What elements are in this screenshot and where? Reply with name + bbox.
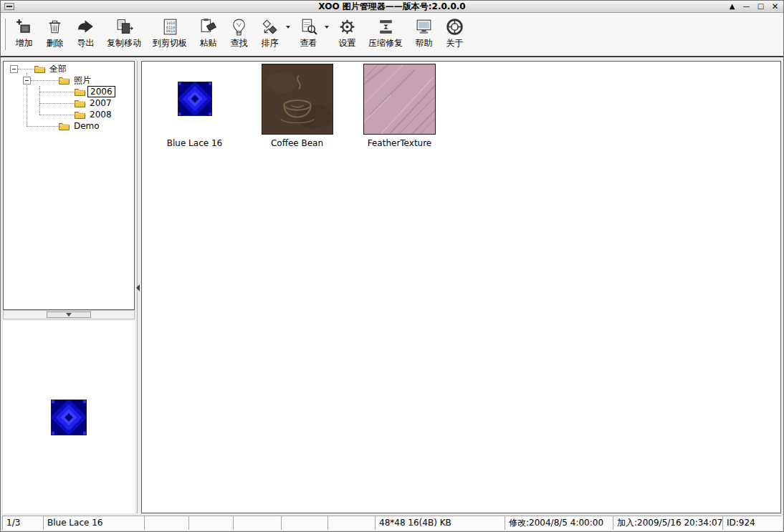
thumbnail-grid: Blue Lace 16 Coffee Bean FeatherTexture <box>142 62 780 148</box>
add-icon <box>14 17 34 37</box>
export-button[interactable]: 导出 <box>70 14 101 56</box>
coffee-bean-image <box>262 64 333 135</box>
splitter-collapse-button[interactable] <box>47 311 91 318</box>
thumbnail-panel: Blue Lace 16 Coffee Bean FeatherTexture <box>141 61 781 513</box>
folder-icon <box>75 87 85 96</box>
tree-node-demo[interactable]: Demo <box>4 120 134 132</box>
collapse-icon[interactable] <box>23 77 31 84</box>
copy-move-button[interactable]: 复制移动 <box>101 14 147 56</box>
help-icon <box>414 17 434 37</box>
toolbar-grip[interactable] <box>4 19 6 50</box>
paste-button[interactable]: 粘贴 <box>193 14 224 56</box>
status-empty-4 <box>281 516 328 530</box>
folder-icon <box>75 110 85 119</box>
thumbnail-label: Coffee Bean <box>271 138 323 148</box>
find-icon <box>229 17 249 37</box>
svg-text:0010: 0010 <box>166 29 175 33</box>
window-title: XOO 图片管理器——版本号:2.0.0.0 <box>1 1 783 13</box>
thumbnail-coffee-bean[interactable]: Coffee Bean <box>246 63 348 148</box>
tree-preview-splitter[interactable] <box>3 310 135 319</box>
thumbnail-blue-lace[interactable]: Blue Lace 16 <box>143 63 246 148</box>
title-bar: XOO 图片管理器——版本号:2.0.0.0 ▲ — □ ✕ <box>1 1 783 13</box>
status-empty-2 <box>188 516 233 530</box>
copy-move-icon <box>115 17 134 37</box>
tree-node-2007[interactable]: 2007 <box>4 97 134 109</box>
sort-button[interactable]: 排序 <box>254 14 285 56</box>
tree-node-photos[interactable]: 照片 <box>4 74 134 86</box>
tree-node-2008[interactable]: 2008 <box>4 109 134 120</box>
to-clipboard-button[interactable]: 1010 0110 0010 到剪切板 <box>147 14 193 56</box>
tree-node-label-selected: 2006 <box>87 86 115 97</box>
thumbnail-feather-texture[interactable]: FeatherTexture <box>348 63 451 148</box>
feather-texture-image <box>363 64 436 135</box>
tree-node-all[interactable]: 全部 <box>4 63 134 74</box>
status-page-index: 1/3 <box>2 516 43 530</box>
status-image-size: 48*48 16(4B) KB <box>375 516 505 530</box>
collapse-icon[interactable] <box>10 65 18 73</box>
help-button[interactable]: 帮助 <box>408 14 439 56</box>
status-empty-5 <box>328 516 375 530</box>
folder-tree: 全部 照片 2006 2007 <box>4 62 134 309</box>
export-icon <box>76 17 95 37</box>
folder-icon <box>59 76 70 84</box>
tree-node-label: 2007 <box>87 98 114 108</box>
compress-repair-icon <box>376 17 396 37</box>
view-button[interactable]: 查看 <box>293 14 324 56</box>
status-image-id: ID:924 <box>722 516 782 530</box>
folder-icon <box>34 64 45 73</box>
tree-node-label: 2008 <box>87 110 114 120</box>
status-bar: 1/3 Blue Lace 16 48*48 16(4B) KB 修改:2004… <box>2 516 782 530</box>
content-area: 全部 照片 2006 2007 <box>1 57 783 516</box>
delete-button[interactable]: 删除 <box>39 14 70 56</box>
status-empty-1 <box>144 516 188 530</box>
close-button[interactable]: ✕ <box>770 2 780 11</box>
tree-node-2006[interactable]: 2006 <box>4 86 134 97</box>
status-selected-name: Blue Lace 16 <box>43 516 144 530</box>
paste-icon <box>199 17 218 37</box>
folder-icon <box>59 122 70 130</box>
settings-icon <box>338 17 357 37</box>
main-toolbar: 增加 删除 导出 复制移动 <box>1 13 783 57</box>
about-icon <box>445 17 464 37</box>
minimize-button[interactable]: — <box>742 2 751 11</box>
sort-dropdown-arrow[interactable] <box>285 14 293 56</box>
settings-button[interactable]: 设置 <box>332 14 363 56</box>
status-modified-date: 修改:2004/8/5 4:00:00 <box>505 516 613 530</box>
maximize-button[interactable]: □ <box>756 2 765 11</box>
blue-lace-image <box>178 82 212 116</box>
view-dropdown-arrow[interactable] <box>324 14 332 56</box>
chevron-left-icon <box>136 284 140 291</box>
clipboard-icon: 1010 0110 0010 <box>161 17 180 37</box>
thumbnail-label: Blue Lace 16 <box>167 138 222 148</box>
add-button[interactable]: 增加 <box>9 14 39 56</box>
folder-tree-panel: 全部 照片 2006 2007 <box>3 61 135 310</box>
shade-button[interactable]: ▲ <box>727 2 737 11</box>
about-button[interactable]: 关于 <box>439 14 470 56</box>
preview-image-blue-lace <box>51 400 87 435</box>
sort-icon <box>260 17 279 37</box>
tree-node-label: Demo <box>72 121 102 131</box>
view-icon <box>299 17 318 37</box>
status-added-date: 加入:2009/5/16 20:34:07 <box>613 516 722 530</box>
find-button[interactable]: 查找 <box>224 14 254 56</box>
thumbnail-label: FeatherTexture <box>368 138 432 148</box>
chevron-down-icon <box>66 313 72 316</box>
delete-icon <box>45 17 64 37</box>
tree-node-label: 全部 <box>47 64 69 74</box>
app-window: XOO 图片管理器——版本号:2.0.0.0 ▲ — □ ✕ 增加 <box>0 0 784 532</box>
sidebar-collapse-handle[interactable] <box>135 279 141 296</box>
compress-repair-button[interactable]: 压缩修复 <box>363 14 408 56</box>
tree-node-label: 照片 <box>72 75 93 85</box>
status-empty-3 <box>233 516 281 530</box>
folder-icon <box>75 99 85 107</box>
preview-panel <box>3 321 135 513</box>
